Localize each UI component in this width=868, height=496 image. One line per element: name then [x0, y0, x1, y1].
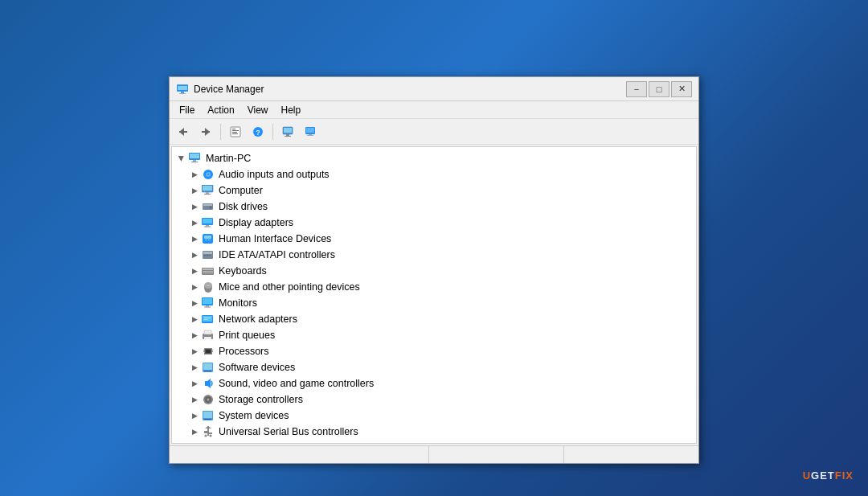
svg-rect-69 — [204, 337, 211, 339]
svg-rect-45 — [208, 240, 211, 240]
print-expand[interactable]: ▶ — [188, 329, 201, 342]
watermark-get: GET — [811, 469, 835, 482]
monitors-expand[interactable]: ▶ — [188, 297, 201, 309]
svg-point-30 — [207, 174, 209, 175]
tree-item-audio[interactable]: ▶ Audio inputs and outputs — [172, 166, 696, 182]
svg-rect-77 — [212, 351, 213, 352]
svg-rect-76 — [212, 350, 213, 350]
tree-root[interactable]: ▶ Martin-PC — [172, 150, 696, 166]
svg-rect-60 — [203, 298, 212, 304]
svg-rect-17 — [284, 128, 292, 133]
help-button[interactable]: ? — [248, 122, 268, 141]
sound-icon — [201, 377, 215, 390]
tree-item-monitors[interactable]: ▶ Monitors — [172, 295, 696, 311]
display-expand[interactable]: ▶ — [188, 216, 201, 229]
svg-rect-34 — [204, 194, 211, 195]
tree-item-mice[interactable]: ▶ Mice and other pointing devices — [172, 279, 696, 295]
forward-button[interactable] — [195, 122, 216, 141]
svg-rect-11 — [232, 130, 239, 131]
window-controls: − □ ✕ — [626, 81, 692, 97]
tree-item-network[interactable]: ▶ Network adapters — [172, 311, 696, 327]
menu-help[interactable]: Help — [275, 103, 308, 117]
root-expand-arrow[interactable]: ▶ — [175, 152, 188, 165]
watermark: UGETFIX — [803, 469, 854, 482]
window-icon — [176, 83, 189, 96]
tree-item-print[interactable]: ▶ Print queues — [172, 327, 696, 343]
monitor-button[interactable] — [300, 122, 321, 141]
svg-rect-13 — [232, 133, 238, 134]
hid-expand[interactable]: ▶ — [188, 232, 201, 245]
svg-rect-52 — [203, 268, 213, 270]
tree-item-storage[interactable]: ▶ Storage controllers — [172, 391, 696, 408]
close-button[interactable]: ✕ — [671, 81, 692, 97]
tree-item-computer[interactable]: ▶ Computer — [172, 182, 696, 199]
svg-rect-50 — [209, 255, 211, 256]
processor-icon — [201, 345, 215, 358]
minimize-button[interactable]: − — [626, 81, 647, 97]
svg-rect-75 — [203, 351, 204, 352]
keyboard-expand[interactable]: ▶ — [188, 264, 201, 277]
tree-item-system[interactable]: ▶ System devices — [172, 408, 696, 424]
tree-item-display[interactable]: ▶ Display adapters — [172, 215, 696, 231]
tree-item-hid[interactable]: ▶ Human Interface Devices — [172, 231, 696, 247]
title-bar: Device Manager − □ ✕ — [170, 77, 698, 101]
sound-expand[interactable]: ▶ — [188, 377, 201, 390]
audio-expand[interactable]: ▶ — [188, 168, 201, 181]
computer-expand[interactable]: ▶ — [188, 184, 201, 197]
tree-item-disk[interactable]: ▶ Disk drives — [172, 199, 696, 215]
mice-expand[interactable]: ▶ — [188, 281, 201, 293]
svg-rect-65 — [204, 318, 211, 318]
processors-expand[interactable]: ▶ — [188, 345, 201, 358]
software-expand[interactable]: ▶ — [188, 361, 201, 374]
svg-rect-26 — [193, 160, 196, 162]
status-section-3 — [564, 446, 698, 463]
tree-item-keyboard[interactable]: ▶ Keyboards — [172, 263, 696, 279]
tree-item-ide[interactable]: ▶ IDE ATA/ATAPI controllers — [172, 247, 696, 263]
disk-label: Disk drives — [219, 201, 268, 212]
window-title: Device Manager — [194, 84, 626, 95]
software-icon — [201, 361, 215, 374]
menu-view[interactable]: View — [241, 103, 275, 117]
update-button[interactable] — [277, 122, 298, 141]
svg-rect-2 — [181, 92, 184, 93]
svg-rect-41 — [204, 227, 211, 228]
svg-marker-81 — [205, 379, 211, 388]
svg-rect-79 — [203, 363, 212, 370]
maximize-button[interactable]: □ — [649, 81, 669, 97]
disk-expand[interactable]: ▶ — [188, 200, 201, 213]
monitors-label: Monitors — [219, 297, 257, 309]
tree-item-software[interactable]: ▶ Software devices — [172, 359, 696, 375]
svg-rect-27 — [191, 162, 198, 162]
watermark-fix: FIX — [835, 469, 854, 482]
tree-item-usb[interactable]: ▶ Universal Serial Bus controllers — [172, 424, 696, 440]
storage-expand[interactable]: ▶ — [188, 393, 201, 406]
svg-rect-18 — [286, 134, 289, 136]
properties-button[interactable] — [225, 122, 246, 141]
svg-point-58 — [207, 285, 210, 287]
audio-icon — [201, 168, 215, 181]
system-expand[interactable]: ▶ — [188, 409, 201, 422]
print-icon — [201, 329, 215, 342]
usb-expand[interactable]: ▶ — [188, 425, 201, 438]
svg-rect-3 — [179, 93, 186, 94]
menu-file[interactable]: File — [173, 103, 201, 117]
svg-line-85 — [210, 396, 211, 396]
svg-rect-39 — [203, 219, 212, 223]
computer-category-icon — [201, 184, 215, 197]
ide-expand[interactable]: ▶ — [188, 248, 201, 261]
system-icon — [201, 409, 215, 422]
menu-action[interactable]: Action — [201, 103, 240, 117]
svg-rect-62 — [204, 307, 211, 308]
svg-rect-21 — [306, 128, 314, 133]
content-area[interactable]: ▶ Martin-PC ▶ — [171, 146, 697, 444]
print-label: Print queues — [219, 330, 275, 341]
network-expand[interactable]: ▶ — [188, 313, 201, 326]
ide-label: IDE ATA/ATAPI controllers — [219, 249, 335, 260]
device-manager-window: Device Manager − □ ✕ File Action View He… — [169, 76, 699, 464]
back-button[interactable] — [173, 122, 194, 141]
svg-point-37 — [210, 207, 212, 209]
tree-item-sound[interactable]: ▶ Sound, video and game controllers — [172, 375, 696, 391]
tree-item-processors[interactable]: ▶ Processors — [172, 343, 696, 359]
svg-rect-88 — [204, 419, 211, 420]
svg-rect-32 — [203, 186, 212, 191]
